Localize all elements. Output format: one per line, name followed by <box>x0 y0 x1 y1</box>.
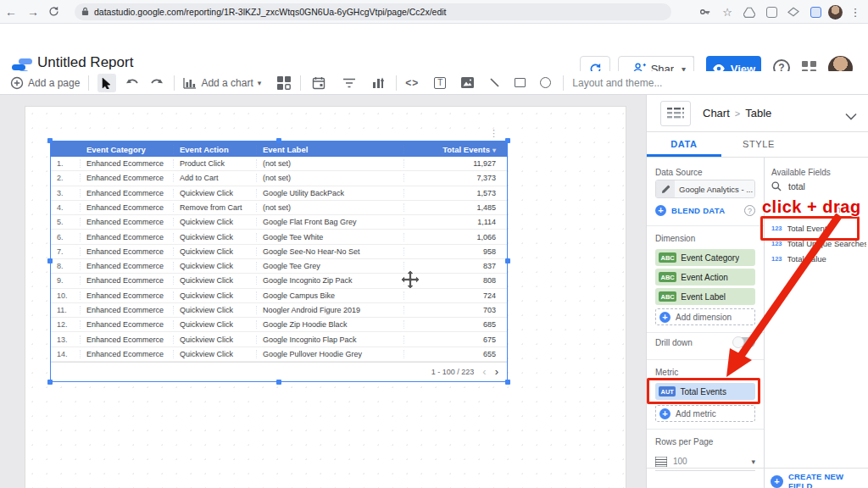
table-row: 2.Enhanced EcommerceAdd to Cart(not set)… <box>51 171 507 186</box>
table-col-header[interactable]: Event Label <box>257 145 404 154</box>
rectangle-tool-button[interactable] <box>510 74 529 92</box>
url-text: datastudio.google.com/reporting/1R-3lKZJ… <box>94 7 447 17</box>
plus-icon: + <box>771 475 783 488</box>
table-cell: 724 <box>404 291 507 300</box>
breadcrumb-chart[interactable]: Chart <box>703 107 730 119</box>
table-cell: 10. <box>51 291 81 300</box>
pagination-next-icon[interactable]: › <box>495 366 498 377</box>
table-cell: Enhanced Ecommerce <box>81 174 174 182</box>
address-bar[interactable]: datastudio.google.com/reporting/1R-3lKZJ… <box>75 3 671 20</box>
drive-extension-icon[interactable] <box>740 3 759 20</box>
table-row: 14.Enhanced EcommerceQuickview ClickGoog… <box>51 347 507 362</box>
browser-profile-avatar[interactable] <box>828 5 843 19</box>
available-field[interactable]: 123Total Value <box>771 251 866 266</box>
table-cell: 675 <box>404 336 507 344</box>
resize-handle[interactable] <box>505 258 510 263</box>
chevron-down-icon[interactable] <box>845 108 857 124</box>
tab-style[interactable]: STYLE <box>721 132 796 157</box>
table-cell: Google Tee White <box>257 233 404 241</box>
datastudio-app: ← → datastudio.google.com/reporting/1R-3… <box>0 0 868 488</box>
add-page-button[interactable]: Add a page <box>10 76 80 90</box>
table-cell: 8. <box>51 262 81 270</box>
browser-back-icon[interactable]: ← <box>0 5 22 19</box>
add-dimension-button[interactable]: + Add dimension <box>655 308 755 325</box>
select-tool-button[interactable] <box>97 74 116 92</box>
extension-icon[interactable] <box>762 3 781 20</box>
table-col-header[interactable]: Event Action <box>174 145 257 154</box>
table-cell: 11. <box>51 306 81 314</box>
metric-chip[interactable]: AUTTotal Events <box>655 383 755 400</box>
chart-options-icon[interactable]: ⋮ <box>489 128 498 139</box>
browser-forward-icon[interactable]: → <box>22 5 44 19</box>
table-cell: Enhanced Ecommerce <box>81 247 174 256</box>
table-col-header[interactable]: Event Category <box>81 145 174 154</box>
table-cell: Google Campus Bike <box>257 291 404 300</box>
app-header: Untitled Report FileEditingViewInsertPag… <box>0 24 868 71</box>
text-box-button[interactable]: T <box>431 74 449 92</box>
filter-control-button[interactable] <box>340 74 359 92</box>
community-visualizations-button[interactable] <box>276 75 292 91</box>
blend-help-icon[interactable]: ? <box>744 205 755 216</box>
undo-button[interactable] <box>123 74 142 92</box>
resize-handle[interactable] <box>47 258 53 263</box>
dimension-chip-label: Event Action <box>681 273 728 282</box>
drill-down-toggle[interactable] <box>733 337 755 347</box>
dimension-chip[interactable]: ABCEvent Label <box>655 288 755 305</box>
layout-theme-button[interactable]: Layout and theme... <box>572 77 662 89</box>
pagination-prev-icon[interactable]: ‹ <box>482 366 486 377</box>
data-properties-column: Data Source Google Analytics - ... + BLE… <box>647 158 764 488</box>
available-field[interactable]: 123Total Events <box>771 220 866 236</box>
browser-menu-icon[interactable]: ⋮ <box>846 3 865 20</box>
plus-icon: + <box>655 205 666 216</box>
dimension-chip[interactable]: ABCEvent Action <box>655 269 755 286</box>
bookmark-star-icon[interactable]: ☆ <box>718 3 737 20</box>
table-cell: 703 <box>404 306 507 314</box>
pencil-icon[interactable] <box>656 180 675 197</box>
table-cell: Enhanced Ecommerce <box>81 233 174 241</box>
table-cell: Google Incognito Zip Pack <box>257 276 404 285</box>
table-cell: Google Flat Front Bag Grey <box>257 218 404 226</box>
table-chart[interactable]: Event CategoryEvent ActionEvent LabelTot… <box>51 141 507 381</box>
circle-tool-button[interactable] <box>536 74 554 92</box>
image-button[interactable] <box>458 74 476 92</box>
table-cell: 958 <box>404 247 507 256</box>
resize-handle[interactable] <box>276 380 281 385</box>
resize-handle[interactable] <box>47 138 53 143</box>
data-control-button[interactable] <box>369 74 387 92</box>
plus-icon: + <box>659 408 670 419</box>
line-tool-button[interactable] <box>485 74 504 92</box>
table-cell: Enhanced Ecommerce <box>81 218 174 226</box>
date-range-control-button[interactable] <box>309 74 328 92</box>
data-source-label: Data Source <box>655 168 703 177</box>
resize-handle[interactable] <box>505 380 510 385</box>
table-footer: 1 - 100 / 223 ‹ › <box>51 362 507 380</box>
dimension-chip[interactable]: ABCEvent Category <box>655 249 755 266</box>
browser-refresh-icon[interactable] <box>44 3 63 20</box>
table-col-header[interactable]: Total Events▾ <box>404 145 507 154</box>
resize-handle[interactable] <box>276 138 281 143</box>
tab-data[interactable]: DATA <box>647 132 721 157</box>
report-title[interactable]: Untitled Report <box>37 54 133 71</box>
table-cell: 1,066 <box>404 233 507 241</box>
search-icon <box>771 181 782 191</box>
resize-handle[interactable] <box>47 380 53 385</box>
field-search-input[interactable]: total <box>771 181 863 191</box>
key-icon[interactable] <box>696 3 715 20</box>
resize-handle[interactable] <box>505 138 510 143</box>
table-cell: Quickview Click <box>174 189 257 197</box>
sort-desc-icon: ▾ <box>492 147 496 154</box>
extension-blue-icon[interactable] <box>806 3 825 20</box>
extension-tag-icon[interactable] <box>784 3 803 20</box>
create-new-field-button[interactable]: + CREATE NEW FIELD <box>771 472 868 488</box>
blend-data-button[interactable]: + BLEND DATA ? <box>655 205 755 216</box>
add-chart-button[interactable]: Add a chart ▾ <box>183 77 261 89</box>
table-cell: 12. <box>51 320 81 329</box>
available-field[interactable]: 123Total Unique Searches <box>771 236 866 251</box>
redo-button[interactable] <box>147 74 165 92</box>
embed-url-button[interactable]: <> <box>405 77 419 89</box>
breadcrumb-table[interactable]: Table <box>745 107 771 119</box>
abc-type-badge: ABC <box>659 252 676 263</box>
panel-header: Chart>Table <box>647 95 868 132</box>
data-source-chip[interactable]: Google Analytics - ... <box>655 180 755 198</box>
add-metric-button[interactable]: + Add metric <box>655 405 755 422</box>
